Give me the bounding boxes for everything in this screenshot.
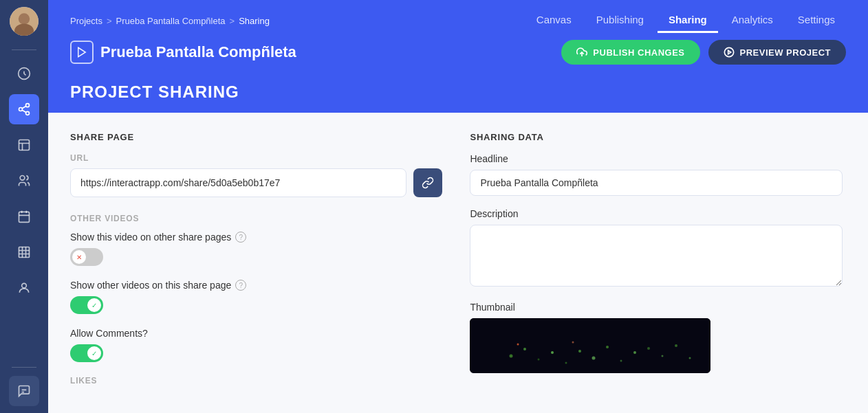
tab-canvas[interactable]: Canvas xyxy=(525,8,583,33)
cloud-upload-icon xyxy=(576,47,587,58)
tab-publishing[interactable]: Publishing xyxy=(585,8,655,33)
svg-point-28 xyxy=(572,342,574,344)
svg-point-26 xyxy=(633,351,636,354)
url-input[interactable] xyxy=(70,168,406,197)
tab-sharing[interactable]: Sharing xyxy=(658,8,718,33)
publish-btn-label: PUBLISH CHANGES xyxy=(593,47,684,58)
toggle1-label: Show this video on other share pages ? xyxy=(70,232,442,243)
toggle1-switch[interactable]: ✕ xyxy=(70,248,103,266)
svg-point-22 xyxy=(578,350,581,353)
svg-point-31 xyxy=(675,344,677,347)
toggle2-track: ✓ xyxy=(70,296,103,314)
breadcrumb-sep-2: > xyxy=(230,16,235,26)
toggle1-label-text: Show this video on other share pages xyxy=(70,232,231,243)
toggle2-switch[interactable]: ✓ xyxy=(70,296,103,314)
sidebar-item-team[interactable] xyxy=(9,166,39,196)
preview-project-button[interactable]: PREVIEW PROJECT xyxy=(708,40,846,65)
allow-comments-track: ✓ xyxy=(70,344,103,362)
toggle2-help-icon[interactable]: ? xyxy=(235,280,246,291)
toggle2-label: Show other videos on this share page ? xyxy=(70,280,442,291)
tab-analytics[interactable]: Analytics xyxy=(721,8,784,33)
svg-rect-10 xyxy=(19,247,30,258)
svg-point-24 xyxy=(606,346,609,348)
header-top: Projects > Prueba Pantalla Compñleta > S… xyxy=(70,0,846,33)
toggle-show-on-other-row: Show this video on other share pages ? ✕ xyxy=(70,232,442,266)
svg-rect-7 xyxy=(19,140,30,150)
url-label: URL xyxy=(70,153,442,163)
headline-input[interactable] xyxy=(470,170,842,196)
allow-comments-label: Allow Comments? xyxy=(70,328,442,339)
content-area: SHARE PAGE URL OTHER VIDEOS Show this vi… xyxy=(48,113,868,413)
thumbnail-label: Thumbnail xyxy=(470,302,842,313)
toggle1-track: ✕ xyxy=(70,248,103,266)
publish-changes-button[interactable]: PUBLISH CHANGES xyxy=(561,40,699,65)
breadcrumb-project[interactable]: Prueba Pantalla Compñleta xyxy=(116,16,226,26)
svg-point-11 xyxy=(22,283,27,288)
sidebar-item-users[interactable] xyxy=(9,273,39,303)
sidebar-item-sharing[interactable] xyxy=(9,94,39,124)
nav-tabs: Canvas Publishing Sharing Analytics Sett… xyxy=(525,8,846,33)
toggle1-thumb: ✕ xyxy=(72,250,86,264)
svg-point-5 xyxy=(19,108,23,111)
svg-point-23 xyxy=(592,357,596,360)
breadcrumb-sep-1: > xyxy=(107,16,112,26)
svg-point-30 xyxy=(662,355,664,357)
sidebar-divider xyxy=(12,49,36,50)
sidebar-item-dashboard[interactable] xyxy=(9,58,39,89)
tab-settings[interactable]: Settings xyxy=(787,8,846,33)
left-column: SHARE PAGE URL OTHER VIDEOS Show this vi… xyxy=(70,132,442,394)
sidebar-item-table[interactable] xyxy=(9,237,39,267)
svg-point-25 xyxy=(620,360,622,362)
toggle2-label-text: Show other videos on this share page xyxy=(70,280,231,291)
svg-point-20 xyxy=(551,351,554,354)
description-input[interactable] xyxy=(470,225,842,287)
header: Projects > Prueba Pantalla Compñleta > S… xyxy=(48,0,868,113)
sidebar-divider-bottom xyxy=(12,367,36,368)
svg-point-19 xyxy=(538,359,540,361)
likes-title: LIKES xyxy=(70,376,442,386)
sidebar-item-gallery[interactable] xyxy=(9,130,39,160)
page-title: PROJECT SHARING xyxy=(70,73,846,113)
url-row xyxy=(70,168,442,197)
preview-btn-label: PREVIEW PROJECT xyxy=(740,47,831,58)
project-icon xyxy=(70,41,94,64)
allow-comments-switch[interactable]: ✓ xyxy=(70,344,103,362)
header-mid: Prueba Pantalla Compñleta PUBLISH CHANGE… xyxy=(70,33,846,73)
svg-rect-16 xyxy=(470,318,710,373)
url-copy-button[interactable] xyxy=(413,168,442,197)
svg-point-18 xyxy=(523,348,526,350)
breadcrumb-projects[interactable]: Projects xyxy=(70,16,102,26)
toggle1-help-icon[interactable]: ? xyxy=(235,232,246,243)
link-icon xyxy=(422,177,434,189)
toggle-show-other-row: Show other videos on this share page ? ✓ xyxy=(70,280,442,314)
svg-point-4 xyxy=(26,104,30,107)
svg-point-1 xyxy=(19,13,30,24)
svg-point-14 xyxy=(724,47,733,56)
share-page-section-title: SHARE PAGE xyxy=(70,132,442,142)
svg-rect-9 xyxy=(19,212,30,222)
toggle-allow-comments-row: Allow Comments? ✓ xyxy=(70,328,442,362)
breadcrumb: Projects > Prueba Pantalla Compñleta > S… xyxy=(70,16,270,26)
project-title: Prueba Pantalla Compñleta xyxy=(100,43,296,61)
allow-comments-label-text: Allow Comments? xyxy=(70,328,148,339)
svg-point-8 xyxy=(20,176,25,181)
svg-marker-15 xyxy=(728,50,730,54)
toggle2-thumb: ✓ xyxy=(87,298,101,312)
sharing-data-section-title: SHARING DATA xyxy=(470,132,842,142)
description-label: Description xyxy=(470,208,842,219)
svg-point-17 xyxy=(510,355,513,358)
svg-marker-12 xyxy=(78,47,86,57)
svg-point-29 xyxy=(647,347,650,350)
avatar[interactable] xyxy=(10,7,39,36)
sidebar-item-feedback[interactable] xyxy=(9,376,39,406)
svg-point-32 xyxy=(689,357,691,359)
svg-point-27 xyxy=(517,344,519,346)
project-title-row: Prueba Pantalla Compñleta xyxy=(70,41,296,64)
header-actions: PUBLISH CHANGES PREVIEW PROJECT xyxy=(561,40,846,65)
right-column: SHARING DATA Headline Description Thumbn… xyxy=(470,132,842,394)
sidebar xyxy=(0,0,48,413)
sidebar-item-calendar[interactable] xyxy=(9,201,39,232)
allow-comments-thumb: ✓ xyxy=(87,346,101,360)
svg-point-6 xyxy=(26,111,30,115)
svg-point-21 xyxy=(565,362,567,364)
